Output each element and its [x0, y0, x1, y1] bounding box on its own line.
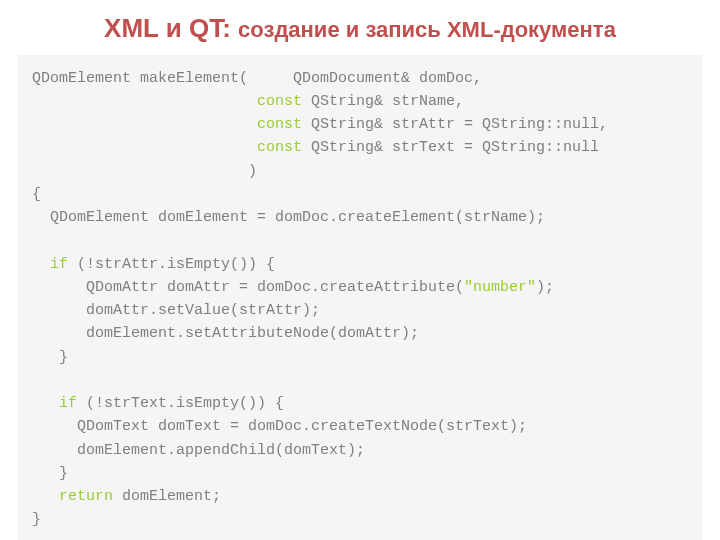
code-token: QString& strAttr = QString::null, — [302, 116, 608, 133]
slide-title: XML и QT: создание и запись XML-документ… — [0, 12, 720, 55]
code-line: domAttr.setValue(strAttr); — [32, 302, 320, 319]
code-line: } — [32, 465, 68, 482]
code-token: } — [32, 349, 68, 366]
code-token: QString& strName, — [302, 93, 464, 110]
code-token — [32, 139, 257, 156]
code-line: QDomAttr domAttr = domDoc.createAttribut… — [32, 279, 554, 296]
title-sub: создание и запись XML-документа — [238, 17, 616, 42]
code-token: } — [32, 465, 68, 482]
title-main: XML и QT: — [104, 13, 231, 43]
code-line: ) — [32, 163, 257, 180]
code-line: QDomText domText = domDoc.createTextNode… — [32, 418, 527, 435]
code-token — [32, 488, 59, 505]
code-token: (!strAttr.isEmpty()) { — [68, 256, 275, 273]
code-token: QDomText domText = domDoc.createTextNode… — [32, 418, 527, 435]
code-token-str: "number" — [464, 279, 536, 296]
code-line: domElement.setAttributeNode(domAttr); — [32, 325, 419, 342]
code-line: const QString& strAttr = QString::null, — [32, 116, 608, 133]
code-token: domElement.appendChild(domText); — [32, 442, 365, 459]
code-token-kw: if — [50, 256, 68, 273]
code-token: domElement.setAttributeNode(domAttr); — [32, 325, 419, 342]
code-token: (!strText.isEmpty()) { — [77, 395, 284, 412]
code-token: { — [32, 186, 41, 203]
code-line: QDomElement domElement = domDoc.createEl… — [32, 209, 545, 226]
code-line: QDomElement makeElement( QDomDocument& d… — [32, 70, 482, 87]
code-token: } — [32, 511, 41, 528]
code-token-kw: const — [257, 139, 302, 156]
code-token-kw: if — [59, 395, 77, 412]
code-token: domElement; — [113, 488, 221, 505]
code-token-kw: const — [257, 93, 302, 110]
code-line: return domElement; — [32, 488, 221, 505]
code-token: QDomElement makeElement( QDomDocument& d… — [32, 70, 482, 87]
code-line: } — [32, 511, 41, 528]
code-token — [32, 256, 50, 273]
code-token: QDomElement domElement = domDoc.createEl… — [32, 209, 545, 226]
code-line: } — [32, 349, 68, 366]
code-token-kw: return — [59, 488, 113, 505]
code-token-kw: const — [257, 116, 302, 133]
code-line: { — [32, 186, 41, 203]
code-line: const QString& strText = QString::null — [32, 139, 599, 156]
slide: XML и QT: создание и запись XML-документ… — [0, 0, 720, 540]
code-token — [32, 395, 59, 412]
code-line: if (!strText.isEmpty()) { — [32, 395, 284, 412]
code-token: domAttr.setValue(strAttr); — [32, 302, 320, 319]
code-token: QString& strText = QString::null — [302, 139, 599, 156]
code-token: ); — [536, 279, 554, 296]
code-token — [32, 116, 257, 133]
code-line: const QString& strName, — [32, 93, 464, 110]
code-token: ) — [32, 163, 257, 180]
code-line: domElement.appendChild(domText); — [32, 442, 365, 459]
code-token: QDomAttr domAttr = domDoc.createAttribut… — [32, 279, 464, 296]
code-token — [32, 93, 257, 110]
code-block: QDomElement makeElement( QDomDocument& d… — [18, 55, 702, 541]
code-line: if (!strAttr.isEmpty()) { — [32, 256, 275, 273]
